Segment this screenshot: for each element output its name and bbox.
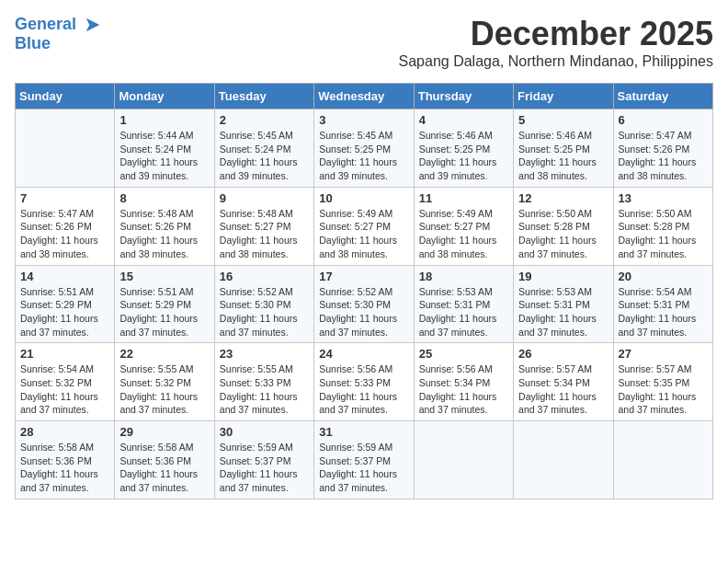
day-info: Sunrise: 5:57 AMSunset: 5:35 PMDaylight:… xyxy=(619,362,708,417)
day-info: Sunrise: 5:58 AMSunset: 5:36 PMDaylight:… xyxy=(119,441,209,495)
calendar-day-cell: 21Sunrise: 5:54 AMSunset: 5:32 PMDayligh… xyxy=(16,343,115,421)
day-info: Sunrise: 5:45 AMSunset: 5:25 PMDaylight:… xyxy=(319,129,408,183)
calendar-day-cell: 5Sunrise: 5:46 AMSunset: 5:25 PMDaylight… xyxy=(514,109,613,188)
weekday-header-cell: Sunday xyxy=(16,84,115,109)
day-number: 16 xyxy=(220,270,309,283)
calendar-day-cell: 28Sunrise: 5:58 AMSunset: 5:36 PMDayligh… xyxy=(16,421,115,500)
month-title: December 2025 xyxy=(399,15,713,53)
calendar-day-cell: 19Sunrise: 5:53 AMSunset: 5:31 PMDayligh… xyxy=(514,265,613,343)
calendar-day-cell: 23Sunrise: 5:55 AMSunset: 5:33 PMDayligh… xyxy=(214,343,313,421)
day-number: 29 xyxy=(119,425,209,439)
calendar-week-row: 28Sunrise: 5:58 AMSunset: 5:36 PMDayligh… xyxy=(16,421,713,500)
day-info: Sunrise: 5:46 AMSunset: 5:25 PMDaylight:… xyxy=(419,129,508,183)
day-number: 15 xyxy=(119,270,209,283)
day-info: Sunrise: 5:50 AMSunset: 5:28 PMDaylight:… xyxy=(619,207,708,261)
calendar-day-cell: 31Sunrise: 5:59 AMSunset: 5:37 PMDayligh… xyxy=(314,421,414,500)
day-info: Sunrise: 5:53 AMSunset: 5:31 PMDaylight:… xyxy=(518,285,608,339)
location-title: Sapang Dalaga, Northern Mindanao, Philip… xyxy=(399,53,713,70)
day-number: 14 xyxy=(20,270,109,283)
day-number: 27 xyxy=(619,347,708,361)
day-number: 31 xyxy=(319,425,408,439)
day-info: Sunrise: 5:56 AMSunset: 5:33 PMDaylight:… xyxy=(319,362,408,417)
day-number: 30 xyxy=(220,425,309,439)
day-number: 3 xyxy=(319,113,408,127)
day-number: 12 xyxy=(518,191,608,205)
weekday-header-cell: Tuesday xyxy=(214,84,313,109)
day-number: 1 xyxy=(119,113,209,127)
day-number: 25 xyxy=(419,347,508,361)
day-info: Sunrise: 5:51 AMSunset: 5:29 PMDaylight:… xyxy=(119,285,209,339)
day-number: 8 xyxy=(119,191,209,205)
day-number: 13 xyxy=(619,191,708,205)
day-number: 2 xyxy=(220,113,309,127)
calendar-day-cell: 7Sunrise: 5:47 AMSunset: 5:26 PMDaylight… xyxy=(16,187,115,265)
day-info: Sunrise: 5:59 AMSunset: 5:37 PMDaylight:… xyxy=(319,441,408,495)
logo-line2: Blue xyxy=(15,35,103,53)
day-number: 21 xyxy=(20,347,109,361)
day-info: Sunrise: 5:47 AMSunset: 5:26 PMDaylight:… xyxy=(619,129,708,183)
calendar-day-cell: 25Sunrise: 5:56 AMSunset: 5:34 PMDayligh… xyxy=(414,343,513,421)
day-info: Sunrise: 5:47 AMSunset: 5:26 PMDaylight:… xyxy=(20,207,109,261)
day-info: Sunrise: 5:48 AMSunset: 5:27 PMDaylight:… xyxy=(220,207,309,261)
calendar-day-cell: 6Sunrise: 5:47 AMSunset: 5:26 PMDaylight… xyxy=(613,109,712,188)
logo: General Blue xyxy=(15,15,103,53)
day-number: 17 xyxy=(319,270,408,283)
day-number: 20 xyxy=(619,270,708,283)
day-number: 6 xyxy=(619,113,708,127)
calendar-day-cell: 26Sunrise: 5:57 AMSunset: 5:34 PMDayligh… xyxy=(514,343,613,421)
calendar-day-cell: 29Sunrise: 5:58 AMSunset: 5:36 PMDayligh… xyxy=(115,421,214,500)
day-number: 23 xyxy=(220,347,309,361)
calendar-day-cell: 2Sunrise: 5:45 AMSunset: 5:24 PMDaylight… xyxy=(214,109,313,188)
day-info: Sunrise: 5:53 AMSunset: 5:31 PMDaylight:… xyxy=(419,285,508,339)
calendar-day-cell: 11Sunrise: 5:49 AMSunset: 5:27 PMDayligh… xyxy=(414,187,513,265)
day-info: Sunrise: 5:49 AMSunset: 5:27 PMDaylight:… xyxy=(419,207,508,261)
calendar-week-row: 21Sunrise: 5:54 AMSunset: 5:32 PMDayligh… xyxy=(16,343,713,421)
day-number: 22 xyxy=(119,347,209,361)
day-number: 19 xyxy=(518,270,608,283)
day-number: 24 xyxy=(319,347,408,361)
calendar-day-cell: 15Sunrise: 5:51 AMSunset: 5:29 PMDayligh… xyxy=(115,265,214,343)
logo-text: General xyxy=(15,15,103,35)
calendar-day-cell: 4Sunrise: 5:46 AMSunset: 5:25 PMDaylight… xyxy=(414,109,513,188)
page-header: General Blue December 2025 Sapang Dalaga… xyxy=(15,15,713,79)
weekday-header-cell: Friday xyxy=(514,84,613,109)
day-number: 10 xyxy=(319,191,408,205)
day-info: Sunrise: 5:46 AMSunset: 5:25 PMDaylight:… xyxy=(518,129,608,183)
day-info: Sunrise: 5:48 AMSunset: 5:26 PMDaylight:… xyxy=(119,207,209,261)
day-info: Sunrise: 5:55 AMSunset: 5:33 PMDaylight:… xyxy=(220,362,309,417)
day-info: Sunrise: 5:44 AMSunset: 5:24 PMDaylight:… xyxy=(119,129,209,183)
day-number: 26 xyxy=(518,347,608,361)
calendar-day-cell: 22Sunrise: 5:55 AMSunset: 5:32 PMDayligh… xyxy=(115,343,214,421)
day-number: 5 xyxy=(518,113,608,127)
weekday-header-row: SundayMondayTuesdayWednesdayThursdayFrid… xyxy=(16,84,713,109)
calendar-day-cell: 14Sunrise: 5:51 AMSunset: 5:29 PMDayligh… xyxy=(16,265,115,343)
weekday-header-cell: Thursday xyxy=(414,84,513,109)
day-info: Sunrise: 5:52 AMSunset: 5:30 PMDaylight:… xyxy=(220,285,309,339)
weekday-header-cell: Wednesday xyxy=(314,84,414,109)
calendar-day-cell: 9Sunrise: 5:48 AMSunset: 5:27 PMDaylight… xyxy=(214,187,313,265)
day-number: 28 xyxy=(20,425,109,439)
day-info: Sunrise: 5:51 AMSunset: 5:29 PMDaylight:… xyxy=(20,285,109,339)
day-info: Sunrise: 5:58 AMSunset: 5:36 PMDaylight:… xyxy=(20,441,109,495)
day-number: 7 xyxy=(20,191,109,205)
day-info: Sunrise: 5:54 AMSunset: 5:31 PMDaylight:… xyxy=(619,285,708,339)
day-info: Sunrise: 5:52 AMSunset: 5:30 PMDaylight:… xyxy=(319,285,408,339)
day-info: Sunrise: 5:57 AMSunset: 5:34 PMDaylight:… xyxy=(518,362,608,417)
calendar-day-cell: 8Sunrise: 5:48 AMSunset: 5:26 PMDaylight… xyxy=(115,187,214,265)
day-info: Sunrise: 5:56 AMSunset: 5:34 PMDaylight:… xyxy=(419,362,508,417)
day-info: Sunrise: 5:59 AMSunset: 5:37 PMDaylight:… xyxy=(220,441,309,495)
title-area: December 2025 Sapang Dalaga, Northern Mi… xyxy=(399,15,713,79)
day-number: 11 xyxy=(419,191,508,205)
calendar-day-cell: 18Sunrise: 5:53 AMSunset: 5:31 PMDayligh… xyxy=(414,265,513,343)
day-number: 9 xyxy=(220,191,309,205)
day-info: Sunrise: 5:50 AMSunset: 5:28 PMDaylight:… xyxy=(518,207,608,261)
calendar-day-cell: 13Sunrise: 5:50 AMSunset: 5:28 PMDayligh… xyxy=(613,187,712,265)
logo-line1: General xyxy=(15,15,76,33)
calendar-day-cell: 20Sunrise: 5:54 AMSunset: 5:31 PMDayligh… xyxy=(613,265,712,343)
calendar-day-cell: 30Sunrise: 5:59 AMSunset: 5:37 PMDayligh… xyxy=(214,421,313,500)
calendar-day-cell: 10Sunrise: 5:49 AMSunset: 5:27 PMDayligh… xyxy=(314,187,414,265)
calendar-week-row: 7Sunrise: 5:47 AMSunset: 5:26 PMDaylight… xyxy=(16,187,713,265)
day-info: Sunrise: 5:49 AMSunset: 5:27 PMDaylight:… xyxy=(319,207,408,261)
calendar-day-cell: 12Sunrise: 5:50 AMSunset: 5:28 PMDayligh… xyxy=(514,187,613,265)
weekday-header-cell: Saturday xyxy=(613,84,712,109)
